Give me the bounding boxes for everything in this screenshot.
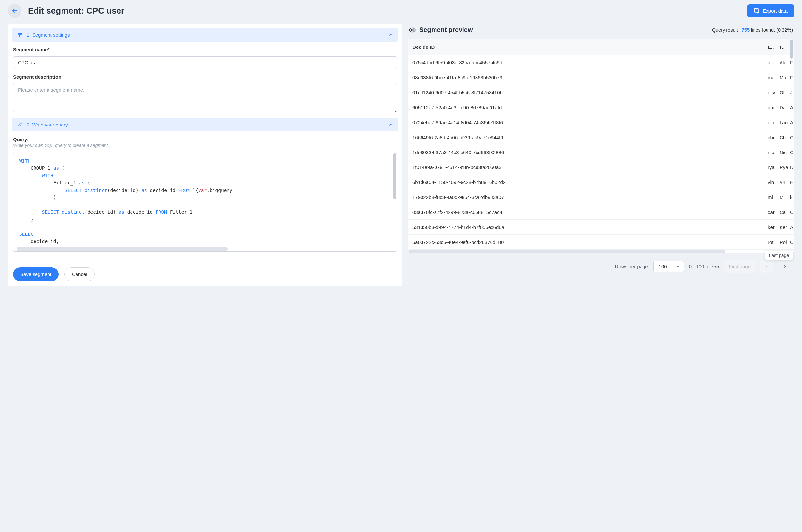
cell-e: rya bbox=[766, 160, 778, 175]
segment-desc-input[interactable] bbox=[13, 83, 397, 112]
cancel-button[interactable]: Cancel bbox=[65, 267, 95, 281]
top-bar-left: Edit segment: CPC user bbox=[8, 4, 124, 18]
col-f[interactable]: F.. bbox=[778, 39, 789, 55]
right-panel: Segment preview Query result : 755 lines… bbox=[407, 24, 794, 274]
preview-stats: Query result : 755 lines found. (0.32%) bbox=[712, 27, 793, 33]
section-title-settings: 1. Segment settings bbox=[27, 32, 70, 38]
cell-l: A bbox=[789, 220, 794, 235]
table-row[interactable]: 5a03722c-53c5-40e4-9ef6-bcd26376d180rotR… bbox=[408, 235, 794, 250]
cell-f: Ch bbox=[778, 130, 789, 145]
cell-l: A bbox=[789, 115, 794, 130]
chevron-down-icon bbox=[676, 264, 680, 269]
table-header-row: Decide ID E.. F.. L bbox=[408, 39, 794, 55]
chevron-up-icon bbox=[388, 32, 393, 37]
table-row[interactable]: 1de80334-37a3-44c3-b640-7cd663f32886nicN… bbox=[408, 145, 794, 160]
left-panel: 1. Segment settings Segment name*: Segme… bbox=[8, 24, 402, 286]
cell-f: Vir bbox=[778, 175, 789, 190]
cell-e: oliv bbox=[766, 85, 778, 100]
first-page-button[interactable]: First page bbox=[724, 261, 755, 272]
export-data-button[interactable]: Export data bbox=[747, 4, 794, 17]
table-row[interactable]: 01cd1240-6d07-454f-b5c6-8f714753410boliv… bbox=[408, 85, 794, 100]
rows-per-page-dropdown[interactable] bbox=[672, 261, 683, 272]
section-header-query[interactable]: 2. Write your query bbox=[12, 118, 398, 131]
query-group: Query: Write your own SQL query to creat… bbox=[12, 131, 398, 254]
cell-e: ale bbox=[766, 55, 778, 70]
eye-icon bbox=[409, 26, 416, 34]
back-button[interactable] bbox=[8, 4, 21, 18]
prev-page-button[interactable] bbox=[760, 260, 773, 273]
cell-decide-id: 6b1d6a04-1150-4092-9c28-b7b8916b02d2 bbox=[408, 175, 766, 190]
col-e[interactable]: E.. bbox=[766, 39, 778, 55]
segment-desc-group: Segment description: bbox=[12, 72, 398, 116]
segment-name-group: Segment name*: bbox=[12, 42, 398, 72]
table-row[interactable]: 03a370fc-a7f2-4299-823a-c058815d7ac4carC… bbox=[408, 205, 794, 220]
cell-e: vin bbox=[766, 175, 778, 190]
cell-decide-id: 179022b8-f8c3-4a0d-9854-3ca2db983a07 bbox=[408, 190, 766, 205]
cell-f: Lao bbox=[778, 115, 789, 130]
action-row: Save segment Cancel bbox=[12, 254, 398, 283]
result-suffix: lines found. (0.32%) bbox=[750, 27, 793, 33]
table-scrollbar-vertical[interactable] bbox=[790, 40, 793, 59]
table-row[interactable]: 075c4dbd-6f59-403e-83ba-abc4557f4c9daleA… bbox=[408, 55, 794, 70]
save-segment-button[interactable]: Save segment bbox=[13, 267, 59, 281]
rows-per-page-label: Rows per page bbox=[615, 264, 648, 269]
page-range: 0 - 100 of 755 bbox=[689, 264, 719, 269]
table-row[interactable]: 179022b8-f8c3-4a0d-9854-3ca2db983a07miMi… bbox=[408, 190, 794, 205]
table-row[interactable]: 166649f6-2a8d-4b06-b939-aa9a71e944f9chrC… bbox=[408, 130, 794, 145]
editor-scrollbar-vertical[interactable] bbox=[393, 153, 396, 199]
table-scrollbar-horizontal-track[interactable] bbox=[407, 250, 794, 253]
table-row[interactable]: 531350b3-d994-4774-b1d4-b7f056ec6d6akerK… bbox=[408, 220, 794, 235]
cell-decide-id: 075c4dbd-6f59-403e-83ba-abc4557f4c9d bbox=[408, 55, 766, 70]
cell-l: H bbox=[789, 175, 794, 190]
cell-l: A bbox=[789, 100, 794, 115]
cell-e: mi bbox=[766, 190, 778, 205]
segment-desc-label: Segment description: bbox=[13, 74, 397, 80]
cell-e: chr bbox=[766, 130, 778, 145]
top-bar: Edit segment: CPC user Export data bbox=[0, 0, 802, 24]
table-row[interactable]: 0724ebe7-69ae-4a14-8d04-74c364e1f8f6olaL… bbox=[408, 115, 794, 130]
table-scrollbar-horizontal-thumb[interactable] bbox=[408, 250, 725, 253]
cell-decide-id: 166649f6-2a8d-4b06-b939-aa9a71e944f9 bbox=[408, 130, 766, 145]
cell-e: ola bbox=[766, 115, 778, 130]
result-count: 755 bbox=[742, 27, 750, 33]
svg-point-1 bbox=[19, 33, 20, 34]
table-row[interactable]: 1f014e9a-0791-4614-9f8b-bc93fa2050a3ryaR… bbox=[408, 160, 794, 175]
cell-l: C bbox=[789, 145, 794, 160]
cell-l: C bbox=[789, 205, 794, 220]
pencil-icon bbox=[17, 121, 23, 128]
cell-decide-id: 5a03722c-53c5-40e4-9ef6-bcd26376d180 bbox=[408, 235, 766, 250]
cell-e: dai bbox=[766, 100, 778, 115]
cell-e: car bbox=[766, 205, 778, 220]
table-row[interactable]: 6b1d6a04-1150-4092-9c28-b7b8916b02d2vinV… bbox=[408, 175, 794, 190]
query-editor[interactable]: WITH GROUP_1 as ( WITH Filter_1 as ( SEL… bbox=[13, 153, 397, 252]
preview-title: Segment preview bbox=[419, 26, 473, 34]
pagination: Last page Rows per page 100 0 - 100 of 7… bbox=[407, 253, 794, 274]
cell-e: ma bbox=[766, 70, 778, 85]
col-decide-id[interactable]: Decide ID bbox=[408, 39, 766, 55]
section-header-settings[interactable]: 1. Segment settings bbox=[12, 28, 398, 42]
table-row[interactable]: 08d038f6-0bce-41fa-8c9c-19863b530b79maMa… bbox=[408, 70, 794, 85]
svg-point-2 bbox=[20, 35, 21, 35]
preview-table: Decide ID E.. F.. L 075c4dbd-6f59-403e-8… bbox=[407, 39, 794, 250]
cell-l: F bbox=[789, 70, 794, 85]
arrow-left-icon bbox=[12, 7, 18, 14]
cell-l: k bbox=[789, 190, 794, 205]
segment-name-input[interactable] bbox=[13, 56, 397, 69]
table-row[interactable]: 605112e7-52a0-4d3f-bf90-80789ae01afddaiD… bbox=[408, 100, 794, 115]
content: 1. Segment settings Segment name*: Segme… bbox=[0, 24, 802, 294]
editor-scrollbar-horizontal[interactable] bbox=[17, 247, 227, 251]
cell-f: Rya bbox=[778, 160, 789, 175]
svg-point-4 bbox=[412, 29, 413, 31]
next-page-button[interactable] bbox=[779, 260, 791, 273]
cell-f: Oli bbox=[778, 85, 789, 100]
cell-l: C bbox=[789, 235, 794, 250]
rows-per-page-value: 100 bbox=[654, 261, 672, 272]
cell-decide-id: 1f014e9a-0791-4614-9f8b-bc93fa2050a3 bbox=[408, 160, 766, 175]
last-page-tooltip: Last page bbox=[765, 251, 793, 260]
rows-per-page-select[interactable]: 100 bbox=[653, 261, 684, 272]
cell-l: C bbox=[789, 130, 794, 145]
cell-f: Rol bbox=[778, 235, 789, 250]
cell-f: Ker bbox=[778, 220, 789, 235]
sliders-icon bbox=[17, 32, 23, 38]
section-title-query: 2. Write your query bbox=[27, 122, 68, 128]
